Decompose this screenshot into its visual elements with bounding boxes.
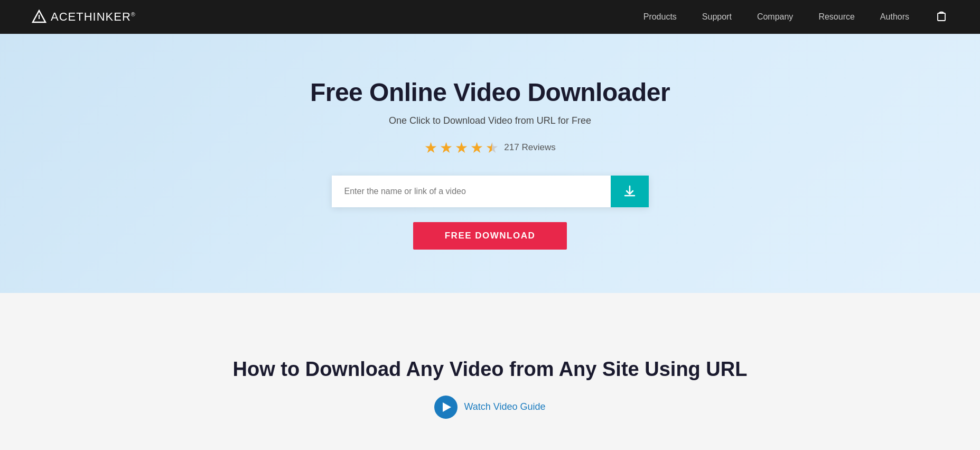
how-to-section: How to Download Any Video from Any Site … bbox=[0, 293, 980, 450]
navbar: ACETHINKER® Products Support Company Res… bbox=[0, 0, 980, 34]
navbar-nav: Products Support Company Resource Author… bbox=[643, 9, 948, 25]
search-bar bbox=[332, 176, 649, 207]
logo-icon bbox=[32, 10, 46, 24]
svg-rect-2 bbox=[938, 13, 945, 21]
star-half: ★ bbox=[486, 139, 499, 157]
hero-title: Free Online Video Downloader bbox=[310, 78, 670, 107]
nav-products[interactable]: Products bbox=[643, 12, 677, 22]
stars: ★ ★ ★ ★ ★ bbox=[424, 139, 499, 157]
play-circle-icon bbox=[434, 396, 458, 419]
logo-text: ACETHINKER® bbox=[51, 10, 136, 24]
watch-guide[interactable]: Watch Video Guide bbox=[434, 396, 545, 419]
free-download-button[interactable]: FREE DOWNLOAD bbox=[413, 222, 567, 250]
hero-section: Free Online Video Downloader One Click t… bbox=[0, 34, 980, 293]
star-4: ★ bbox=[470, 139, 483, 157]
search-input[interactable] bbox=[332, 176, 611, 207]
play-triangle bbox=[443, 402, 451, 412]
stars-container: ★ ★ ★ ★ ★ 217 Reviews bbox=[424, 139, 555, 157]
star-2: ★ bbox=[440, 139, 453, 157]
star-3: ★ bbox=[455, 139, 468, 157]
nav-authors[interactable]: Authors bbox=[880, 12, 909, 22]
reviews-count: 217 Reviews bbox=[504, 142, 555, 153]
search-download-button[interactable] bbox=[611, 176, 649, 207]
nav-company[interactable]: Company bbox=[757, 12, 793, 22]
nav-support[interactable]: Support bbox=[702, 12, 732, 22]
download-icon bbox=[622, 184, 637, 199]
watch-guide-link[interactable]: Watch Video Guide bbox=[464, 401, 545, 412]
hero-subtitle: One Click to Download Video from URL for… bbox=[389, 115, 591, 126]
nav-resource[interactable]: Resource bbox=[818, 12, 854, 22]
how-to-title: How to Download Any Video from Any Site … bbox=[233, 358, 748, 381]
logo[interactable]: ACETHINKER® bbox=[32, 10, 136, 24]
star-1: ★ bbox=[424, 139, 437, 157]
cart-icon[interactable] bbox=[935, 9, 948, 25]
